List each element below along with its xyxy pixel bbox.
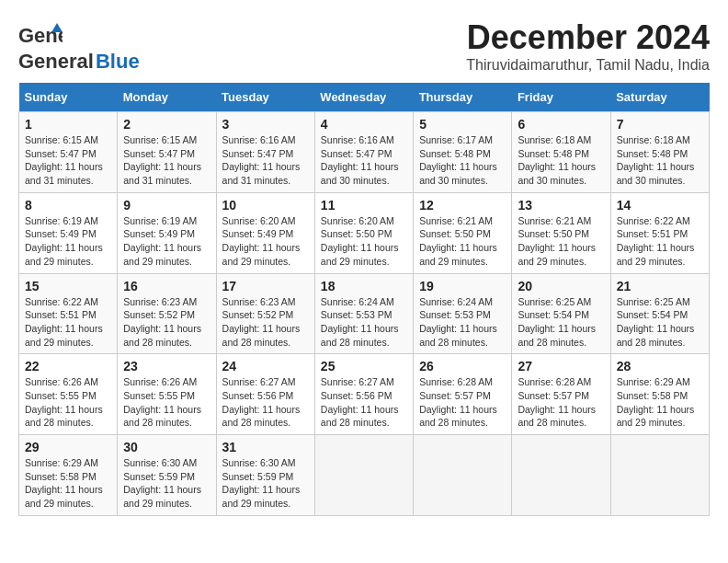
- day-info: Sunrise: 6:19 AM Sunset: 5:49 PM Dayligh…: [123, 214, 210, 269]
- day-info: Sunrise: 6:18 AM Sunset: 5:48 PM Dayligh…: [617, 133, 703, 188]
- day-number: 7: [617, 117, 703, 132]
- header-tuesday: Tuesday: [216, 83, 314, 112]
- calendar-day-cell: 21Sunrise: 6:25 AM Sunset: 5:54 PM Dayli…: [610, 273, 709, 354]
- day-info: Sunrise: 6:30 AM Sunset: 5:59 PM Dayligh…: [123, 456, 210, 511]
- header-thursday: Thursday: [414, 83, 512, 112]
- calendar-day-cell: 16Sunrise: 6:23 AM Sunset: 5:52 PM Dayli…: [118, 273, 216, 354]
- day-info: Sunrise: 6:26 AM Sunset: 5:55 PM Dayligh…: [25, 375, 111, 430]
- day-number: 22: [25, 359, 111, 373]
- calendar-day-cell: 25Sunrise: 6:27 AM Sunset: 5:56 PM Dayli…: [314, 354, 413, 435]
- day-info: Sunrise: 6:16 AM Sunset: 5:47 PM Dayligh…: [222, 133, 309, 188]
- day-number: 29: [25, 440, 111, 454]
- day-info: Sunrise: 6:22 AM Sunset: 5:51 PM Dayligh…: [25, 295, 111, 350]
- calendar-week-row: 15Sunrise: 6:22 AM Sunset: 5:51 PM Dayli…: [19, 273, 710, 354]
- day-info: Sunrise: 6:21 AM Sunset: 5:50 PM Dayligh…: [419, 214, 506, 269]
- location-text: Thiruvidaimaruthur, Tamil Nadu, India: [466, 57, 710, 74]
- calendar-day-cell: 15Sunrise: 6:22 AM Sunset: 5:51 PM Dayli…: [19, 273, 118, 354]
- day-number: 6: [518, 117, 604, 132]
- calendar-day-cell: 9Sunrise: 6:19 AM Sunset: 5:49 PM Daylig…: [118, 192, 216, 273]
- calendar-week-row: 8Sunrise: 6:19 AM Sunset: 5:49 PM Daylig…: [19, 192, 710, 273]
- calendar-day-cell: 26Sunrise: 6:28 AM Sunset: 5:57 PM Dayli…: [414, 354, 512, 435]
- day-info: Sunrise: 6:22 AM Sunset: 5:51 PM Dayligh…: [617, 214, 703, 269]
- calendar-day-cell: 18Sunrise: 6:24 AM Sunset: 5:53 PM Dayli…: [314, 273, 413, 354]
- day-info: Sunrise: 6:27 AM Sunset: 5:56 PM Dayligh…: [321, 375, 407, 430]
- calendar-day-cell: 11Sunrise: 6:20 AM Sunset: 5:50 PM Dayli…: [314, 192, 413, 273]
- calendar-day-cell: 5Sunrise: 6:17 AM Sunset: 5:48 PM Daylig…: [414, 112, 512, 193]
- calendar-day-cell: 31Sunrise: 6:30 AM Sunset: 5:59 PM Dayli…: [216, 435, 314, 516]
- day-number: 25: [321, 359, 407, 373]
- day-info: Sunrise: 6:23 AM Sunset: 5:52 PM Dayligh…: [222, 295, 309, 350]
- header-friday: Friday: [512, 83, 610, 112]
- logo-blue-text: Blue: [96, 50, 140, 74]
- day-number: 8: [25, 198, 111, 213]
- day-number: 30: [123, 440, 210, 454]
- day-number: 18: [321, 279, 407, 293]
- calendar-day-cell: 10Sunrise: 6:20 AM Sunset: 5:49 PM Dayli…: [216, 192, 314, 273]
- month-title: December 2024: [466, 18, 710, 57]
- calendar-day-cell: [610, 435, 709, 516]
- calendar-day-cell: 30Sunrise: 6:30 AM Sunset: 5:59 PM Dayli…: [118, 435, 216, 516]
- day-number: 24: [222, 359, 309, 373]
- day-info: Sunrise: 6:16 AM Sunset: 5:47 PM Dayligh…: [321, 133, 407, 188]
- calendar-day-cell: 6Sunrise: 6:18 AM Sunset: 5:48 PM Daylig…: [512, 112, 610, 193]
- calendar-day-cell: 14Sunrise: 6:22 AM Sunset: 5:51 PM Dayli…: [610, 192, 709, 273]
- day-info: Sunrise: 6:28 AM Sunset: 5:57 PM Dayligh…: [518, 375, 604, 430]
- calendar-week-row: 22Sunrise: 6:26 AM Sunset: 5:55 PM Dayli…: [19, 354, 710, 435]
- day-info: Sunrise: 6:21 AM Sunset: 5:50 PM Dayligh…: [518, 214, 604, 269]
- day-number: 2: [123, 117, 210, 132]
- day-info: Sunrise: 6:19 AM Sunset: 5:49 PM Dayligh…: [25, 214, 111, 269]
- day-number: 19: [419, 279, 506, 293]
- day-number: 11: [321, 198, 407, 213]
- header-wednesday: Wednesday: [314, 83, 413, 112]
- day-number: 4: [321, 117, 407, 132]
- day-number: 13: [518, 198, 604, 213]
- day-number: 20: [518, 279, 604, 293]
- calendar-day-cell: 23Sunrise: 6:26 AM Sunset: 5:55 PM Dayli…: [118, 354, 216, 435]
- day-number: 28: [617, 359, 703, 373]
- page-header: General General Blue December 2024 Thiru…: [18, 18, 710, 74]
- day-info: Sunrise: 6:15 AM Sunset: 5:47 PM Dayligh…: [25, 133, 111, 188]
- day-number: 12: [419, 198, 506, 213]
- day-number: 21: [617, 279, 703, 293]
- day-info: Sunrise: 6:24 AM Sunset: 5:53 PM Dayligh…: [419, 295, 506, 350]
- day-info: Sunrise: 6:29 AM Sunset: 5:58 PM Dayligh…: [617, 375, 703, 430]
- header-sunday: Sunday: [19, 83, 118, 112]
- day-info: Sunrise: 6:20 AM Sunset: 5:49 PM Dayligh…: [222, 214, 309, 269]
- day-number: 1: [25, 117, 111, 132]
- day-info: Sunrise: 6:15 AM Sunset: 5:47 PM Dayligh…: [123, 133, 210, 188]
- calendar-day-cell: 20Sunrise: 6:25 AM Sunset: 5:54 PM Dayli…: [512, 273, 610, 354]
- day-number: 16: [123, 279, 210, 293]
- calendar-day-cell: 3Sunrise: 6:16 AM Sunset: 5:47 PM Daylig…: [216, 112, 314, 193]
- day-info: Sunrise: 6:23 AM Sunset: 5:52 PM Dayligh…: [123, 295, 210, 350]
- day-number: 5: [419, 117, 506, 132]
- title-section: December 2024 Thiruvidaimaruthur, Tamil …: [466, 18, 710, 74]
- day-info: Sunrise: 6:30 AM Sunset: 5:59 PM Dayligh…: [222, 456, 309, 511]
- day-info: Sunrise: 6:17 AM Sunset: 5:48 PM Dayligh…: [419, 133, 506, 188]
- calendar-day-cell: 17Sunrise: 6:23 AM Sunset: 5:52 PM Dayli…: [216, 273, 314, 354]
- day-info: Sunrise: 6:26 AM Sunset: 5:55 PM Dayligh…: [123, 375, 210, 430]
- day-info: Sunrise: 6:29 AM Sunset: 5:58 PM Dayligh…: [25, 456, 111, 511]
- day-number: 14: [617, 198, 703, 213]
- day-info: Sunrise: 6:25 AM Sunset: 5:54 PM Dayligh…: [518, 295, 604, 350]
- calendar-day-cell: 1Sunrise: 6:15 AM Sunset: 5:47 PM Daylig…: [19, 112, 118, 193]
- header-monday: Monday: [118, 83, 216, 112]
- calendar-week-row: 29Sunrise: 6:29 AM Sunset: 5:58 PM Dayli…: [19, 435, 710, 516]
- day-number: 15: [25, 279, 111, 293]
- day-info: Sunrise: 6:20 AM Sunset: 5:50 PM Dayligh…: [321, 214, 407, 269]
- logo-general-text: General: [18, 50, 94, 74]
- day-number: 26: [419, 359, 506, 373]
- header-saturday: Saturday: [610, 83, 709, 112]
- calendar-day-cell: 28Sunrise: 6:29 AM Sunset: 5:58 PM Dayli…: [610, 354, 709, 435]
- day-number: 23: [123, 359, 210, 373]
- logo: General General Blue: [18, 18, 140, 74]
- calendar-day-cell: 29Sunrise: 6:29 AM Sunset: 5:58 PM Dayli…: [19, 435, 118, 516]
- calendar-day-cell: 2Sunrise: 6:15 AM Sunset: 5:47 PM Daylig…: [118, 112, 216, 193]
- calendar-day-cell: 8Sunrise: 6:19 AM Sunset: 5:49 PM Daylig…: [19, 192, 118, 273]
- calendar-header-row: Sunday Monday Tuesday Wednesday Thursday…: [19, 83, 710, 112]
- day-number: 17: [222, 279, 309, 293]
- day-number: 27: [518, 359, 604, 373]
- calendar-day-cell: 7Sunrise: 6:18 AM Sunset: 5:48 PM Daylig…: [610, 112, 709, 193]
- day-number: 9: [123, 198, 210, 213]
- day-number: 3: [222, 117, 309, 132]
- day-info: Sunrise: 6:27 AM Sunset: 5:56 PM Dayligh…: [222, 375, 309, 430]
